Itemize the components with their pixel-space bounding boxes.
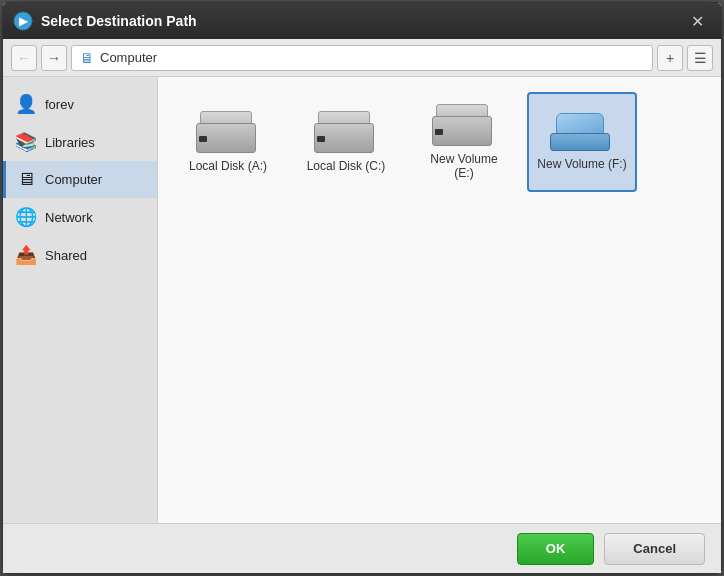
dialog-title: Select Destination Path xyxy=(41,13,683,29)
footer: OK Cancel xyxy=(3,523,721,573)
back-button[interactable]: ← xyxy=(11,45,37,71)
cancel-button[interactable]: Cancel xyxy=(604,533,705,565)
drive-f[interactable]: New Volume (F:) xyxy=(527,92,637,192)
drive-e-label: New Volume (E:) xyxy=(419,152,509,180)
select-destination-dialog: ▶ Select Destination Path ✕ ← → 🖥 Comput… xyxy=(2,2,722,574)
sidebar: 👤 forev 📚 Libraries 🖥 Computer 🌐 Network… xyxy=(3,77,158,523)
file-area: Local Disk (A:) Local Disk (C:) xyxy=(158,77,721,523)
sidebar-item-computer[interactable]: 🖥 Computer xyxy=(3,161,157,198)
libraries-icon: 📚 xyxy=(15,131,37,153)
user-icon: 👤 xyxy=(15,93,37,115)
sidebar-item-shared[interactable]: 📤 Shared xyxy=(3,236,157,274)
sidebar-label-forev: forev xyxy=(45,97,74,112)
nav-bar: ← → 🖥 Computer + ☰ xyxy=(3,39,721,77)
drive-c-icon xyxy=(314,111,378,153)
network-icon: 🌐 xyxy=(15,206,37,228)
drive-c[interactable]: Local Disk (C:) xyxy=(291,92,401,192)
view-toggle-button[interactable]: ☰ xyxy=(687,45,713,71)
location-icon: 🖥 xyxy=(80,50,94,66)
computer-icon: 🖥 xyxy=(15,169,37,190)
drive-f-icon xyxy=(550,113,614,151)
sidebar-label-network: Network xyxy=(45,210,93,225)
drive-a[interactable]: Local Disk (A:) xyxy=(173,92,283,192)
sidebar-label-shared: Shared xyxy=(45,248,87,263)
forward-button[interactable]: → xyxy=(41,45,67,71)
drive-a-label: Local Disk (A:) xyxy=(189,159,267,173)
content-area: 👤 forev 📚 Libraries 🖥 Computer 🌐 Network… xyxy=(3,77,721,523)
shared-icon: 📤 xyxy=(15,244,37,266)
sidebar-item-libraries[interactable]: 📚 Libraries xyxy=(3,123,157,161)
drive-a-icon xyxy=(196,111,260,153)
drive-c-label: Local Disk (C:) xyxy=(307,159,386,173)
location-bar: 🖥 Computer xyxy=(71,45,653,71)
location-text: Computer xyxy=(100,50,157,65)
new-folder-button[interactable]: + xyxy=(657,45,683,71)
sidebar-item-forev[interactable]: 👤 forev xyxy=(3,85,157,123)
close-button[interactable]: ✕ xyxy=(683,7,711,35)
drive-e[interactable]: New Volume (E:) xyxy=(409,92,519,192)
sidebar-label-libraries: Libraries xyxy=(45,135,95,150)
sidebar-item-network[interactable]: 🌐 Network xyxy=(3,198,157,236)
title-bar: ▶ Select Destination Path ✕ xyxy=(3,3,721,39)
sidebar-label-computer: Computer xyxy=(45,172,102,187)
title-bar-icon: ▶ xyxy=(13,11,33,31)
ok-button[interactable]: OK xyxy=(517,533,595,565)
drive-f-label: New Volume (F:) xyxy=(537,157,626,171)
drive-e-icon xyxy=(432,104,496,146)
